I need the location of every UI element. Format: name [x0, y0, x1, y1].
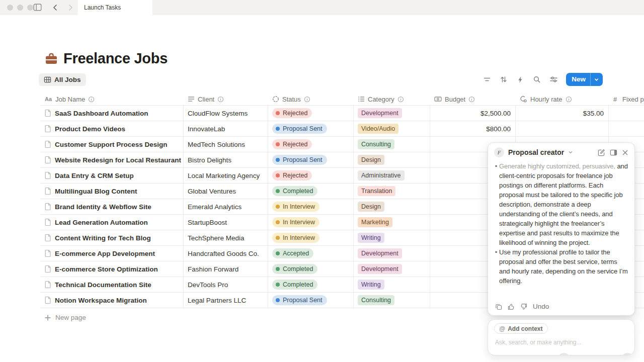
- zoom-window-button[interactable]: [27, 5, 33, 11]
- chevron-down-icon[interactable]: [568, 150, 573, 155]
- status-cell[interactable]: Rejected: [268, 106, 354, 121]
- job-name-cell[interactable]: Lead Generation Automation: [40, 215, 184, 230]
- category-cell[interactable]: Video/Audio: [354, 121, 430, 136]
- sidebar-toggle-icon[interactable]: [33, 4, 42, 11]
- table-row[interactable]: Product Demo Videos InnovateLab Proposal…: [40, 121, 644, 137]
- automation-bolt-icon[interactable]: [514, 73, 526, 85]
- info-icon[interactable]: [397, 96, 404, 103]
- column-header-category[interactable]: Category: [354, 93, 430, 105]
- status-cell[interactable]: In Interview: [268, 215, 354, 230]
- column-header-client[interactable]: Client: [184, 93, 268, 105]
- tab-launch-tasks[interactable]: Launch Tasks: [78, 0, 152, 15]
- back-icon[interactable]: [51, 4, 59, 12]
- job-name-cell[interactable]: Product Demo Videos: [40, 121, 184, 136]
- category-cell[interactable]: Writing: [354, 230, 430, 245]
- job-name-cell[interactable]: E-commerce Store Optimization: [40, 261, 184, 277]
- status-cell[interactable]: Proposal Sent: [268, 152, 354, 167]
- category-cell[interactable]: Writing: [354, 277, 430, 292]
- info-icon[interactable]: [468, 96, 475, 103]
- client-cell[interactable]: CloudFlow Systems: [184, 106, 268, 121]
- edit-compose-icon[interactable]: [598, 149, 605, 156]
- minimize-window-button[interactable]: [17, 5, 23, 11]
- category-cell[interactable]: Consulting: [354, 137, 430, 152]
- category-cell[interactable]: Development: [354, 106, 430, 121]
- thumbs-up-icon[interactable]: [508, 303, 515, 310]
- client-cell[interactable]: DevTools Pro: [184, 277, 268, 292]
- status-cell[interactable]: Completed: [268, 277, 354, 292]
- sort-icon[interactable]: [498, 73, 510, 85]
- category-cell[interactable]: Development: [354, 246, 430, 261]
- status-cell[interactable]: Completed: [268, 184, 354, 199]
- close-window-button[interactable]: [7, 5, 13, 11]
- category-cell[interactable]: Design: [354, 199, 430, 214]
- filter-icon[interactable]: [481, 73, 493, 85]
- category-cell[interactable]: Design: [354, 152, 430, 167]
- ai-input-field[interactable]: Ask, search, or make anything...: [495, 339, 581, 346]
- status-cell[interactable]: Accepted: [268, 246, 354, 261]
- client-cell[interactable]: InnovateLab: [184, 121, 268, 136]
- job-name-cell[interactable]: Notion Workspace Migration: [40, 293, 184, 308]
- new-button[interactable]: New: [566, 73, 603, 86]
- forward-icon[interactable]: [66, 4, 74, 12]
- client-cell[interactable]: Global Ventures: [184, 184, 268, 199]
- search-icon[interactable]: [531, 73, 543, 85]
- new-page-button[interactable]: New page: [40, 311, 90, 324]
- view-tab-all-jobs[interactable]: All Jobs: [39, 73, 86, 86]
- status-cell[interactable]: Proposal Sent: [268, 293, 354, 308]
- add-context-button[interactable]: @ Add context: [494, 323, 548, 334]
- budget-cell[interactable]: $800.00: [430, 121, 516, 136]
- status-cell[interactable]: Proposal Sent: [268, 121, 354, 136]
- job-name-cell[interactable]: Customer Support Process Design: [40, 137, 184, 152]
- view-settings-icon[interactable]: [547, 73, 559, 85]
- job-name-cell[interactable]: Data Entry & CRM Setup: [40, 168, 184, 183]
- info-icon[interactable]: [217, 96, 224, 103]
- status-cell[interactable]: In Interview: [268, 199, 354, 214]
- client-cell[interactable]: Emerald Analytics: [184, 199, 268, 214]
- hourly-cell[interactable]: $35.00: [516, 106, 609, 121]
- budget-cell[interactable]: $2,500.00: [430, 106, 516, 121]
- category-cell[interactable]: Translation: [354, 184, 430, 199]
- chevron-down-icon[interactable]: [590, 73, 603, 86]
- column-header-status[interactable]: Status: [268, 93, 354, 105]
- send-button-peek[interactable]: [621, 353, 634, 355]
- close-icon[interactable]: [622, 149, 628, 156]
- client-cell[interactable]: Fashion Forward: [184, 261, 268, 277]
- fixed-price-cell[interactable]: [609, 106, 644, 121]
- column-header-hourly-rate[interactable]: Hourly rate: [516, 93, 609, 105]
- client-cell[interactable]: Handcrafted Goods Co.: [184, 246, 268, 261]
- status-cell[interactable]: Completed: [268, 261, 354, 277]
- client-cell[interactable]: StartupBoost: [184, 215, 268, 230]
- status-cell[interactable]: Rejected: [268, 137, 354, 152]
- job-name-cell[interactable]: Brand Identity & Webflow Site: [40, 199, 184, 214]
- status-cell[interactable]: Rejected: [268, 168, 354, 183]
- job-name-cell[interactable]: E-commerce App Development: [40, 246, 184, 261]
- job-name-cell[interactable]: Content Writing for Tech Blog: [40, 230, 184, 245]
- table-row[interactable]: SaaS Dashboard Automation CloudFlow Syst…: [40, 106, 644, 121]
- column-header-fixed-price[interactable]: # Fixed pr: [609, 93, 644, 105]
- info-icon[interactable]: [566, 96, 572, 103]
- client-cell[interactable]: TechSphere Media: [184, 230, 268, 245]
- page-title[interactable]: Freelance Jobs: [63, 50, 168, 67]
- category-cell[interactable]: Development: [354, 261, 430, 277]
- info-icon[interactable]: [88, 96, 95, 103]
- status-cell[interactable]: In Interview: [268, 230, 354, 245]
- open-side-panel-icon[interactable]: [610, 149, 617, 156]
- job-name-cell[interactable]: Website Redesign for Local Restaurant: [40, 152, 184, 167]
- fixed-price-cell[interactable]: [609, 121, 644, 136]
- client-cell[interactable]: MedTech Solutions: [184, 137, 268, 152]
- attach-button-peek[interactable]: [557, 353, 571, 355]
- job-name-cell[interactable]: SaaS Dashboard Automation: [40, 106, 184, 121]
- hourly-cell[interactable]: [516, 121, 609, 136]
- category-cell[interactable]: Consulting: [354, 293, 430, 308]
- category-cell[interactable]: Marketing: [354, 215, 430, 230]
- column-header-job-name[interactable]: Aa Job Name: [40, 93, 184, 105]
- job-name-cell[interactable]: Technical Documentation Site: [40, 277, 184, 292]
- panel-title[interactable]: Proposal creator: [508, 148, 564, 156]
- undo-button[interactable]: Undo: [533, 303, 549, 310]
- client-cell[interactable]: Legal Partners LLC: [184, 293, 268, 308]
- client-cell[interactable]: Bistro Delights: [184, 152, 268, 167]
- copy-icon[interactable]: [495, 303, 502, 310]
- column-header-budget[interactable]: Budget: [430, 93, 516, 105]
- info-icon[interactable]: [304, 96, 310, 103]
- client-cell[interactable]: Local Marketing Agency: [184, 168, 268, 183]
